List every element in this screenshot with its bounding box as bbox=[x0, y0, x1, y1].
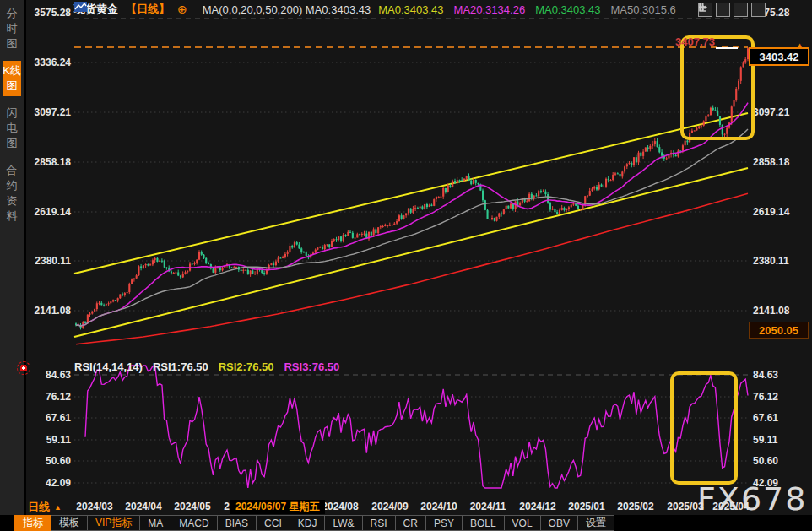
indicator-button-10[interactable]: PSY bbox=[425, 515, 463, 531]
date-label-7: 2024/09 bbox=[371, 501, 408, 512]
date-label-11: 2025/01 bbox=[568, 501, 604, 512]
rsi-label-l-5: 50.60 bbox=[24, 455, 71, 467]
price-label-l-5: 2619.14 bbox=[24, 206, 71, 218]
price-label-l-3: 3097.21 bbox=[24, 106, 71, 118]
price-label-r-7: 2141.08 bbox=[753, 305, 799, 317]
ma-values: MA0:3403.43MA20:3134.26MA0:3403.43MA50:3… bbox=[378, 3, 676, 16]
period-tag: 【日线】 bbox=[126, 2, 170, 17]
rsi-highlight-box bbox=[670, 371, 738, 485]
rsi-value-1: RSI1:76.50 bbox=[153, 360, 208, 373]
price-label-r-4: 2858.18 bbox=[753, 156, 799, 168]
ma-value-3: MA0:3403.43 bbox=[535, 3, 600, 16]
toolbar-tab-2[interactable]: 模板 bbox=[51, 515, 88, 531]
rsi-label-l-6: 42.09 bbox=[24, 477, 71, 489]
indicator-button-13[interactable]: OBV bbox=[540, 515, 578, 531]
period-low-badge: 2050.05 bbox=[749, 322, 809, 339]
indicator-button-2[interactable]: MA bbox=[139, 515, 171, 531]
date-tooltip: 2024/06/07 星期五 bbox=[230, 500, 325, 514]
indicator-button-5[interactable]: CCI bbox=[256, 515, 290, 531]
rsi-label-l-3: 67.61 bbox=[24, 412, 71, 424]
indicator-toolbar: 指标模板VIP指标MAMACDBIASCCIKDJLW&RSICRPSYBOLL… bbox=[0, 515, 812, 531]
rsi-header: RSI(14,14,14) RSI1:76.50RSI2:76.50RSI3:7… bbox=[74, 360, 339, 373]
ma-value-4: MA50:3015.6 bbox=[610, 3, 675, 16]
price-label-l-6: 2380.11 bbox=[24, 255, 71, 267]
rsi-label-l-4: 59.11 bbox=[24, 434, 71, 446]
date-label-3: 2024/05 bbox=[174, 501, 210, 512]
indicator-button-3[interactable]: MACD bbox=[171, 515, 217, 531]
rsi-label-l-2: 76.12 bbox=[24, 391, 71, 403]
chart-tools bbox=[698, 3, 766, 17]
date-label-10: 2024/12 bbox=[519, 501, 555, 512]
rsi-label-r-3: 67.61 bbox=[753, 412, 799, 424]
price-label-l-1: 3575.28 bbox=[24, 7, 71, 19]
indicator-button-6[interactable]: KDJ bbox=[290, 515, 326, 531]
rsi-label-r-2: 76.12 bbox=[753, 391, 799, 403]
chart-application: 分时图K线图闪电图合约资料 现货黄金 【日线】 ⊕ MA(0,0,20,0,50… bbox=[0, 0, 812, 531]
zoom-y-axis-icon[interactable] bbox=[716, 3, 730, 17]
date-label-1: 2024/03 bbox=[76, 501, 112, 512]
indicator-button-8[interactable]: RSI bbox=[362, 515, 396, 531]
rsi-label-r-1: 84.63 bbox=[753, 369, 799, 381]
toolbar-tab-1[interactable]: 指标 bbox=[14, 515, 51, 531]
indicator-button-11[interactable]: BOLL bbox=[462, 515, 505, 531]
high-level-label: 3407.73 bbox=[675, 35, 715, 48]
ma-value-1: MA0:3403.43 bbox=[378, 3, 443, 16]
date-label-6: 2024/08 bbox=[322, 501, 358, 512]
price-arrow-icon: ▲ bbox=[795, 41, 804, 51]
chart-header: 现货黄金 【日线】 ⊕ MA(0,0,20,0,50,200) MA0:3403… bbox=[74, 2, 676, 17]
ma-settings-label: MA(0,0,20,0,50,200) MA0:3403.43 bbox=[203, 3, 371, 16]
alert-icon[interactable] bbox=[17, 361, 30, 375]
period-label: 日线 bbox=[28, 500, 50, 515]
price-label-r-5: 2619.14 bbox=[753, 206, 799, 218]
price-label-l-2: 3336.24 bbox=[24, 57, 71, 68]
rsi-value-2: RSI2:76.50 bbox=[219, 360, 274, 373]
price-label-r-3: 3097.21 bbox=[753, 106, 799, 118]
date-label-9: 2024/11 bbox=[470, 501, 506, 512]
price-highlight-box bbox=[680, 35, 755, 140]
watermark: FX678 bbox=[697, 480, 807, 517]
time-axis: 日线 ▲ 2024/032024/042024/052024/062024/07… bbox=[0, 500, 812, 515]
add-compare-icon[interactable]: ⊕ bbox=[177, 3, 187, 15]
date-label-8: 2024/10 bbox=[420, 501, 457, 512]
indicator-button-9[interactable]: CR bbox=[395, 515, 426, 531]
period-dropdown[interactable]: 日线 ▲ bbox=[28, 500, 62, 515]
dropdown-arrow-icon: ▲ bbox=[54, 503, 62, 512]
indicator-button-1[interactable]: VIP指标 bbox=[87, 515, 140, 531]
indicator-button-4[interactable]: BIAS bbox=[217, 515, 257, 531]
rsi-value-3: RSI3:76.50 bbox=[284, 360, 339, 373]
indicator-button-12[interactable]: VOL bbox=[504, 515, 541, 531]
price-label-l-7: 2141.08 bbox=[24, 305, 71, 317]
indicator-button-7[interactable]: LW& bbox=[324, 515, 362, 531]
rsi-label-r-4: 59.11 bbox=[753, 434, 799, 446]
rsi-title: RSI(14,14,14) bbox=[74, 360, 143, 373]
date-label-12: 2025/02 bbox=[617, 501, 653, 512]
zoom-x-axis-icon[interactable] bbox=[734, 3, 748, 17]
rsi-label-r-5: 50.60 bbox=[753, 455, 799, 467]
price-label-r-6: 2380.11 bbox=[753, 255, 799, 267]
indicator-button-14[interactable]: 设置 bbox=[577, 515, 614, 531]
date-label-2: 2024/04 bbox=[125, 501, 161, 512]
price-label-l-4: 2858.18 bbox=[24, 156, 71, 168]
rsi-label-l-1: 84.63 bbox=[24, 369, 71, 381]
shift-right-icon[interactable] bbox=[751, 3, 766, 17]
ma-value-2: MA20:3134.26 bbox=[454, 3, 526, 16]
